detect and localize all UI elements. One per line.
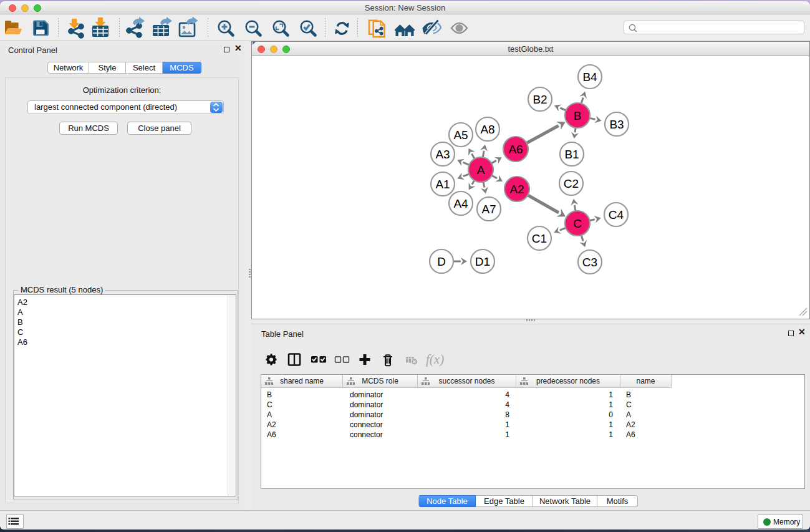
svg-text:A4: A4 <box>453 197 468 210</box>
svg-text:A5: A5 <box>453 128 468 142</box>
svg-text:B3: B3 <box>609 118 624 131</box>
svg-text:A6: A6 <box>508 143 523 156</box>
svg-text:D: D <box>437 255 446 268</box>
svg-text:B2: B2 <box>533 93 547 106</box>
svg-text:A1: A1 <box>435 178 450 191</box>
svg-text:B: B <box>574 109 582 122</box>
svg-text:A8: A8 <box>480 123 494 136</box>
svg-text:C: C <box>573 217 582 230</box>
svg-text:D1: D1 <box>475 255 490 268</box>
svg-text:A: A <box>477 163 485 177</box>
svg-text:C4: C4 <box>609 208 624 221</box>
svg-text:A2: A2 <box>509 183 524 196</box>
svg-text:A7: A7 <box>481 203 496 216</box>
svg-text:B1: B1 <box>564 148 579 161</box>
svg-text:C1: C1 <box>532 232 547 245</box>
svg-text:A3: A3 <box>435 148 450 161</box>
svg-text:B4: B4 <box>582 70 597 84</box>
svg-text:f(x): f(x) <box>426 352 444 367</box>
svg-text:C2: C2 <box>564 177 579 190</box>
svg-text:C3: C3 <box>582 256 597 269</box>
